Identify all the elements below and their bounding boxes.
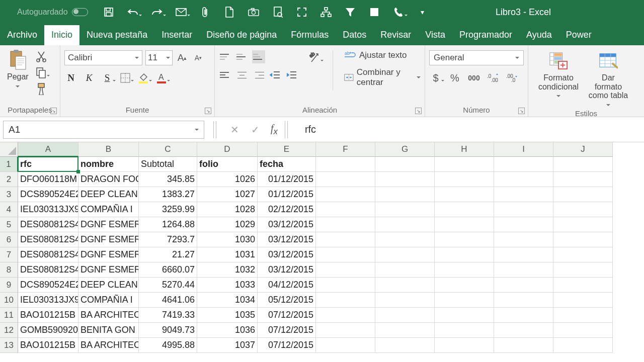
col-header[interactable]: F: [316, 142, 375, 157]
cell[interactable]: [553, 293, 613, 308]
cell[interactable]: folio: [197, 157, 258, 172]
format-painter-icon[interactable]: [35, 82, 48, 96]
cell[interactable]: DCS890524E2: [18, 278, 78, 293]
tab-archivo[interactable]: Archivo: [0, 25, 44, 45]
cell[interactable]: DGNF ESMER: [78, 262, 139, 278]
cell[interactable]: [375, 172, 435, 187]
cancel-icon[interactable]: ✕: [230, 124, 239, 136]
copy-icon[interactable]: [35, 66, 48, 79]
cell[interactable]: [375, 308, 435, 323]
col-header[interactable]: I: [494, 142, 553, 157]
dialog-launcher-icon[interactable]: ↘: [415, 108, 422, 114]
italic-button[interactable]: K: [83, 71, 96, 84]
format-as-table-button[interactable]: Dar formato como tabla: [585, 49, 632, 109]
row-header[interactable]: 8: [0, 262, 18, 278]
qat-customize-icon[interactable]: ▾: [417, 7, 428, 18]
attach-icon[interactable]: [200, 7, 211, 18]
cell[interactable]: [375, 338, 435, 353]
cell[interactable]: [494, 217, 553, 232]
cell[interactable]: 1034: [197, 293, 258, 308]
cell[interactable]: 1027: [197, 187, 258, 202]
cell[interactable]: [375, 202, 435, 217]
paste-button[interactable]: Pegar: [4, 48, 32, 99]
tab-revisar[interactable]: Revisar: [373, 25, 418, 45]
tab-inicio[interactable]: Inicio: [44, 25, 79, 45]
col-header[interactable]: E: [258, 142, 316, 157]
tab-ayuda[interactable]: Ayuda: [519, 25, 559, 45]
cell[interactable]: 345.85: [139, 172, 197, 187]
cell[interactable]: 1031: [197, 247, 258, 262]
font-color-icon[interactable]: A: [155, 71, 168, 84]
borders-icon[interactable]: [119, 71, 132, 84]
cell[interactable]: 03/12/2015: [258, 262, 316, 278]
cell[interactable]: 1026: [197, 172, 258, 187]
row-header[interactable]: 6: [0, 232, 18, 247]
tab-vista[interactable]: Vista: [418, 25, 452, 45]
tab-insertar[interactable]: Insertar: [154, 25, 199, 45]
cell[interactable]: 6660.07: [139, 262, 197, 278]
cell[interactable]: BA ARCHITEC: [78, 308, 139, 323]
cell[interactable]: [494, 202, 553, 217]
cell[interactable]: Subtotal: [139, 157, 197, 172]
cell[interactable]: 9049.73: [139, 323, 197, 338]
wrap-text-button[interactable]: ab Ajustar texto: [344, 50, 421, 60]
cell[interactable]: BA ARCHITEC: [78, 338, 139, 353]
resize-handle-icon[interactable]: [285, 121, 288, 138]
cell[interactable]: DES080812S4: [18, 247, 78, 262]
dialog-launcher-icon[interactable]: ↘: [518, 108, 525, 114]
cell[interactable]: 7419.33: [139, 308, 197, 323]
cell[interactable]: 1033: [197, 278, 258, 293]
cell[interactable]: [375, 323, 435, 338]
row-header[interactable]: 9: [0, 278, 18, 293]
number-format-combo[interactable]: General: [429, 50, 524, 65]
dialog-launcher-icon[interactable]: ↘: [205, 108, 211, 114]
cut-icon[interactable]: [35, 50, 48, 63]
tab-fórmulas[interactable]: Fórmulas: [284, 25, 336, 45]
cell[interactable]: [553, 157, 613, 172]
cell[interactable]: [435, 323, 494, 338]
enter-icon[interactable]: ✓: [251, 124, 260, 136]
tab-programador[interactable]: Programador: [452, 25, 519, 45]
col-header[interactable]: D: [197, 142, 258, 157]
cell[interactable]: 7293.7: [139, 232, 197, 247]
row-header[interactable]: 4: [0, 202, 18, 217]
hierarchy-icon[interactable]: [320, 7, 332, 18]
cell[interactable]: 1028: [197, 202, 258, 217]
cell[interactable]: [553, 323, 613, 338]
cell[interactable]: [316, 323, 375, 338]
cell[interactable]: [316, 217, 375, 232]
cell[interactable]: [435, 217, 494, 232]
fx-icon[interactable]: fx: [271, 123, 278, 137]
camera-icon[interactable]: [248, 7, 259, 18]
col-header[interactable]: H: [435, 142, 494, 157]
conditional-format-button[interactable]: Formato condicional: [532, 49, 585, 109]
bold-button[interactable]: N: [64, 71, 77, 84]
cell[interactable]: BAO101215B: [18, 308, 78, 323]
cell[interactable]: [316, 278, 375, 293]
cell[interactable]: [435, 232, 494, 247]
indent-increase-icon[interactable]: [285, 68, 298, 81]
grow-font-icon[interactable]: A▴: [176, 51, 189, 64]
cell[interactable]: [435, 247, 494, 262]
stop-icon[interactable]: [369, 7, 380, 18]
cell[interactable]: nombre: [78, 157, 139, 172]
col-header[interactable]: G: [375, 142, 435, 157]
email-icon[interactable]: [176, 7, 187, 18]
merge-center-button[interactable]: Combinar y centrar: [344, 67, 421, 87]
cell[interactable]: COMPAÑIA I: [78, 293, 139, 308]
cell[interactable]: [553, 217, 613, 232]
row-header[interactable]: 5: [0, 217, 18, 232]
align-right-icon[interactable]: [252, 68, 265, 81]
fullscreen-icon[interactable]: [296, 7, 307, 18]
cell[interactable]: DES080812S4: [18, 217, 78, 232]
cell[interactable]: [494, 157, 553, 172]
cell[interactable]: [375, 278, 435, 293]
font-name-combo[interactable]: Calibri: [64, 50, 142, 65]
row-header[interactable]: 11: [0, 308, 18, 323]
cell[interactable]: [494, 278, 553, 293]
cell[interactable]: 01/12/2015: [258, 172, 316, 187]
cell[interactable]: [553, 308, 613, 323]
cell[interactable]: DGNF ESMER: [78, 217, 139, 232]
cell[interactable]: DCS890524E2: [18, 187, 78, 202]
cell[interactable]: 03/12/2015: [258, 232, 316, 247]
